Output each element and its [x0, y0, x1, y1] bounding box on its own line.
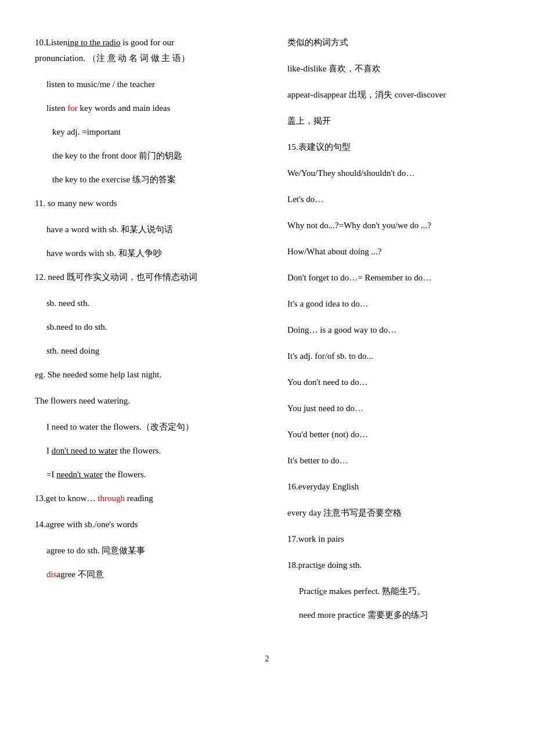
r-entry-doing-good: Doing… is a good way to do… — [287, 322, 499, 338]
entry-listen-music-text: listen to music/me / the teacher — [46, 80, 155, 89]
entry-key-exercise-text: the key to the exercise 练习的答案 — [52, 175, 176, 184]
entry-need-doing-text: sth. need doing — [46, 346, 99, 355]
page-number: 2 — [35, 654, 499, 664]
left-column: 10.Listening to the radio is good for ou… — [35, 35, 264, 631]
entry-14: 14.agree with sb./one's words — [35, 517, 247, 532]
entry-key-adj-text: key adj. =important — [52, 127, 121, 136]
entry-13-through: through — [98, 494, 125, 503]
r-entry-17-text: 17.work in pairs — [287, 534, 344, 543]
entry-key-adj: key adj. =important — [35, 124, 247, 140]
r-entry-you-dont-text: You don't need to do… — [287, 377, 368, 387]
entry-eg-text: eg. She needed some help last night. — [35, 370, 161, 379]
r-entry-how-about: How/What about doing ...? — [287, 244, 499, 260]
r-entry-17: 17.work in pairs — [287, 531, 499, 547]
r-entry-15-text: 15.表建议的句型 — [287, 142, 351, 152]
r-entry-need-practice-text: need more practice 需要更多的练习 — [299, 610, 428, 620]
entry-disagree-dis: dis — [46, 570, 57, 579]
entry-disagree: disagree 不同意 — [35, 567, 247, 582]
entry-listen-for: listen for key words and main ideas — [35, 100, 247, 116]
entry-listen-for-red: for — [67, 103, 78, 113]
entry-dont-need-rest: the flowers. — [118, 446, 161, 455]
r-entry-its-adj-text: It's adj. for/of sb. to do... — [287, 351, 373, 361]
entry-flowers-watering: The flowers need watering. — [35, 393, 247, 409]
r-entry-practice-perfect: Practice makes perfect. 熟能生巧。 — [287, 584, 499, 599]
r-entry-its-better-text: It's better to do… — [287, 456, 348, 465]
entry-dont-need-underline: don't need to water — [52, 446, 118, 455]
r-entry-doing-good-text: Doing… is a good way to do… — [287, 325, 396, 334]
entry-10-rest: is good for our — [120, 38, 174, 47]
r-entry-youd-better: You'd better (not) do… — [287, 427, 499, 442]
entry-agree-to-do-text: agree to do sth. 同意做某事 — [46, 546, 145, 555]
r-entry-practice-c-underline: c — [319, 586, 323, 596]
entry-need-sth: sb. need sth. — [35, 296, 247, 311]
r-entry-like-dislike: like-dislike 喜欢，不喜欢 — [287, 61, 499, 77]
entry-11: 11. so many new words — [35, 196, 247, 211]
page-container: 10.Listening to the radio is good for ou… — [35, 35, 499, 664]
page-number-text: 2 — [265, 654, 269, 663]
entry-need-to-do-text: sb.need to do sth. — [46, 322, 107, 332]
entry-i-need-water: I need to water the flowers.（改否定句） — [35, 419, 247, 435]
entry-have-words: have words with sb. 和某人争吵 — [35, 246, 247, 261]
entry-i-need-water-text: I need to water the flowers.（改否定句） — [46, 422, 194, 431]
r-entry-18-text2: e doing sth. — [322, 560, 362, 570]
entry-neednt-rest: the flowers. — [103, 470, 146, 479]
entry-14-text: 14.agree with sb./one's words — [35, 520, 138, 529]
entry-10: 10.Listening to the radio is good for ou… — [35, 35, 247, 66]
entry-neednt-water: =I needn't water the flowers. — [35, 467, 247, 483]
r-entry-you-just-text: You just need to do… — [287, 404, 363, 413]
r-entry-should: We/You/They should/shouldn't do… — [287, 165, 499, 181]
r-entry-practice-text2: e makes perfect. 熟能生巧。 — [323, 586, 426, 596]
r-entry-you-just: You just need to do… — [287, 401, 499, 416]
r-entry-dont-forget: Don't forget to do…= Remember to do… — [287, 270, 499, 286]
entry-13-text2: reading — [125, 494, 153, 503]
r-entry-should-text: We/You/They should/shouldn't do… — [287, 168, 414, 178]
r-entry-similar: 类似的构词方式 — [287, 35, 499, 51]
entry-need-sth-text: sb. need sth. — [46, 298, 89, 308]
r-entry-dont-forget-text: Don't forget to do…= Remember to do… — [287, 273, 431, 282]
entry-13: 13.get to know… through reading — [35, 491, 247, 506]
r-entry-16: 16.everyday English — [287, 479, 499, 495]
entry-disagree-text: agree 不同意 — [57, 570, 104, 579]
r-entry-16-text: 16.everyday English — [287, 482, 359, 491]
entry-dont-need-i: I — [46, 446, 52, 455]
entry-10-number: 10. — [35, 38, 46, 47]
entry-have-word-text: have a word with sb. 和某人说句话 — [46, 225, 173, 234]
entry-eg: eg. She needed some help last night. — [35, 367, 247, 383]
entry-12: 12. need 既可作实义动词，也可作情态动词 — [35, 269, 247, 285]
entry-12-text: 12. need 既可作实义动词，也可作情态动词 — [35, 272, 197, 282]
entry-listen-music: listen to music/me / the teacher — [35, 77, 247, 92]
r-entry-15: 15.表建议的句型 — [287, 139, 499, 155]
entry-need-doing: sth. need doing — [35, 343, 247, 359]
entry-10-listen: Listen — [46, 38, 68, 47]
r-entry-appear-text: appear-disappear 出现，消失 cover-discover — [287, 90, 446, 99]
entry-neednt-eq: =I — [46, 470, 56, 479]
entry-need-to-do: sb.need to do sth. — [35, 319, 247, 335]
r-entry-cover-text: 盖上，揭开 — [287, 116, 331, 125]
entry-listen-for-text1: listen — [46, 103, 67, 113]
r-entry-why-not-text: Why not do...?=Why don't you/we do ...? — [287, 221, 431, 230]
r-entry-need-practice: need more practice 需要更多的练习 — [287, 607, 499, 623]
entry-neednt-underline: needn't water — [56, 470, 103, 479]
entry-have-words-text: have words with sb. 和某人争吵 — [46, 249, 162, 258]
r-entry-youd-better-text: You'd better (not) do… — [287, 430, 368, 439]
r-entry-like-dislike-text: like-dislike 喜欢，不喜欢 — [287, 64, 381, 73]
r-entry-18-text1: 18.practi — [287, 560, 318, 570]
r-entry-practice-text1: Practi — [299, 586, 319, 596]
r-entry-every-day-text: every day 注意书写是否要空格 — [287, 508, 402, 517]
entry-key-front: the key to the front door 前门的钥匙 — [35, 148, 247, 164]
entry-13-text1: 13.get to know… — [35, 494, 98, 503]
r-entry-lets-text: Let's do… — [287, 195, 323, 204]
entry-key-exercise: the key to the exercise 练习的答案 — [35, 172, 247, 188]
r-entry-lets: Let's do… — [287, 192, 499, 207]
entry-10-pronunciation: pronunciation. （注 意 动 名 词 做 主 语） — [35, 53, 190, 63]
right-column: 类似的构词方式 like-dislike 喜欢，不喜欢 appear-disap… — [264, 35, 499, 631]
entry-flowers-watering-text: The flowers need watering. — [35, 396, 130, 405]
r-entry-18: 18.practise doing sth. — [287, 557, 499, 573]
r-entry-its-better: It's better to do… — [287, 453, 499, 469]
two-column-layout: 10.Listening to the radio is good for ou… — [35, 35, 499, 631]
r-entry-how-about-text: How/What about doing ...? — [287, 247, 381, 256]
entry-key-front-text: the key to the front door 前门的钥匙 — [52, 151, 182, 160]
r-entry-appear: appear-disappear 出现，消失 cover-discover — [287, 87, 499, 103]
entry-have-word: have a word with sb. 和某人说句话 — [35, 222, 247, 237]
entry-10-underline: ing to the radio — [67, 38, 120, 47]
